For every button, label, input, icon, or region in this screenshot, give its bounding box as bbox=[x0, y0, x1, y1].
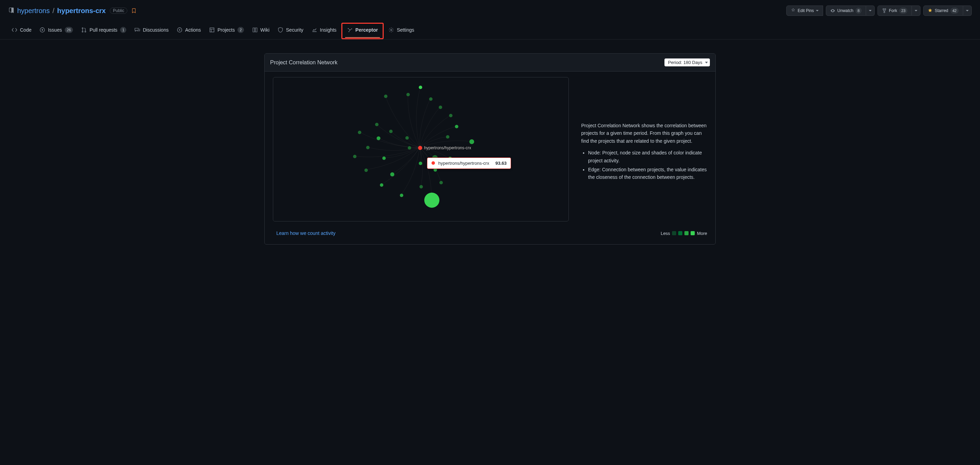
center-node[interactable] bbox=[418, 146, 422, 150]
svg-point-1 bbox=[41, 29, 43, 31]
bullet-node: Node: Project, node size and shades of c… bbox=[588, 149, 707, 164]
fork-caret[interactable] bbox=[912, 5, 921, 16]
svg-rect-6 bbox=[210, 28, 214, 32]
svg-point-4 bbox=[85, 31, 86, 32]
network-node[interactable] bbox=[353, 155, 356, 158]
network-node[interactable] bbox=[405, 136, 409, 140]
network-node[interactable] bbox=[400, 194, 403, 197]
tab-discussions[interactable]: Discussions bbox=[131, 24, 172, 38]
bullet-edge: Edge: Connection between projects, the v… bbox=[588, 166, 707, 181]
network-node[interactable] bbox=[375, 123, 379, 126]
network-node[interactable] bbox=[419, 162, 422, 165]
network-node[interactable] bbox=[358, 131, 361, 134]
bookmark-icon[interactable] bbox=[132, 8, 136, 13]
network-node[interactable] bbox=[366, 146, 369, 149]
tab-security[interactable]: Security bbox=[274, 24, 307, 38]
tab-insights[interactable]: Insights bbox=[308, 24, 340, 38]
activity-legend: Less More bbox=[661, 231, 707, 236]
chevron-down-icon bbox=[966, 10, 969, 11]
chevron-down-icon bbox=[915, 10, 917, 11]
network-node[interactable] bbox=[408, 146, 411, 149]
network-node[interactable] bbox=[377, 136, 380, 140]
panel-title: Project Correlation Network bbox=[270, 59, 337, 66]
tab-settings[interactable]: Settings bbox=[385, 24, 418, 38]
repo-icon bbox=[8, 8, 14, 14]
breadcrumb: hypertrons / hypertrons-crx Public bbox=[8, 7, 136, 15]
network-node[interactable] bbox=[439, 106, 442, 109]
network-node[interactable] bbox=[429, 97, 433, 101]
repo-tabs: Code Issues 26 Pull requests 1 Discussio… bbox=[0, 23, 980, 40]
panel-desc: Project Correlation Network shows the co… bbox=[581, 122, 707, 145]
chevron-down-icon bbox=[816, 10, 819, 11]
node-label: hypertrons/hypertrons-crx bbox=[424, 146, 471, 150]
unwatch-button[interactable]: Unwatch 8 bbox=[826, 5, 866, 16]
tab-projects[interactable]: Projects 2 bbox=[206, 24, 247, 38]
tab-code[interactable]: Code bbox=[8, 24, 35, 38]
chevron-down-icon bbox=[869, 10, 872, 11]
edit-pins-button[interactable]: Edit Pins bbox=[786, 5, 823, 16]
highlight-box: Perceptor bbox=[341, 23, 384, 39]
tab-perceptor[interactable]: Perceptor bbox=[342, 24, 383, 38]
fork-button[interactable]: Fork 23 bbox=[877, 5, 912, 16]
visibility-badge: Public bbox=[110, 8, 127, 14]
svg-point-3 bbox=[82, 31, 83, 32]
network-node[interactable] bbox=[449, 114, 452, 117]
svg-point-2 bbox=[82, 27, 83, 29]
network-node[interactable] bbox=[389, 130, 393, 133]
correlation-panel: Project Correlation Network Period: 180 … bbox=[264, 53, 716, 244]
network-node[interactable] bbox=[455, 125, 458, 128]
network-node[interactable] bbox=[419, 86, 422, 89]
learn-link[interactable]: Learn how we count activity bbox=[276, 230, 336, 236]
network-node[interactable] bbox=[384, 95, 387, 98]
network-node[interactable] bbox=[406, 93, 410, 96]
tooltip-dot-icon bbox=[431, 161, 435, 165]
network-node[interactable] bbox=[469, 139, 474, 144]
unwatch-caret[interactable] bbox=[866, 5, 875, 16]
network-node[interactable] bbox=[390, 172, 395, 176]
node-tooltip: hypertrons/hypertrons-crx 93.63 bbox=[427, 157, 511, 169]
network-node[interactable] bbox=[364, 168, 368, 172]
network-node[interactable] bbox=[420, 185, 423, 189]
network-node[interactable] bbox=[424, 193, 439, 208]
starred-caret[interactable] bbox=[963, 5, 972, 16]
tab-wiki[interactable]: Wiki bbox=[249, 24, 273, 38]
tab-pull-requests[interactable]: Pull requests 1 bbox=[78, 24, 130, 38]
repo-owner-link[interactable]: hypertrons bbox=[17, 7, 50, 15]
network-node[interactable] bbox=[439, 181, 443, 184]
repo-name-link[interactable]: hypertrons-crx bbox=[57, 7, 106, 15]
network-node[interactable] bbox=[380, 183, 383, 187]
tab-issues[interactable]: Issues 26 bbox=[36, 24, 76, 38]
tab-actions[interactable]: Actions bbox=[173, 24, 204, 38]
network-node[interactable] bbox=[382, 157, 386, 160]
network-graph[interactable]: hypertrons/hypertrons-crx hypertrons/hyp… bbox=[273, 77, 569, 222]
period-select[interactable]: Period: 180 Days bbox=[665, 59, 710, 67]
svg-point-11 bbox=[391, 29, 392, 31]
network-node[interactable] bbox=[446, 135, 449, 139]
starred-button[interactable]: Starred 42 bbox=[923, 5, 963, 16]
